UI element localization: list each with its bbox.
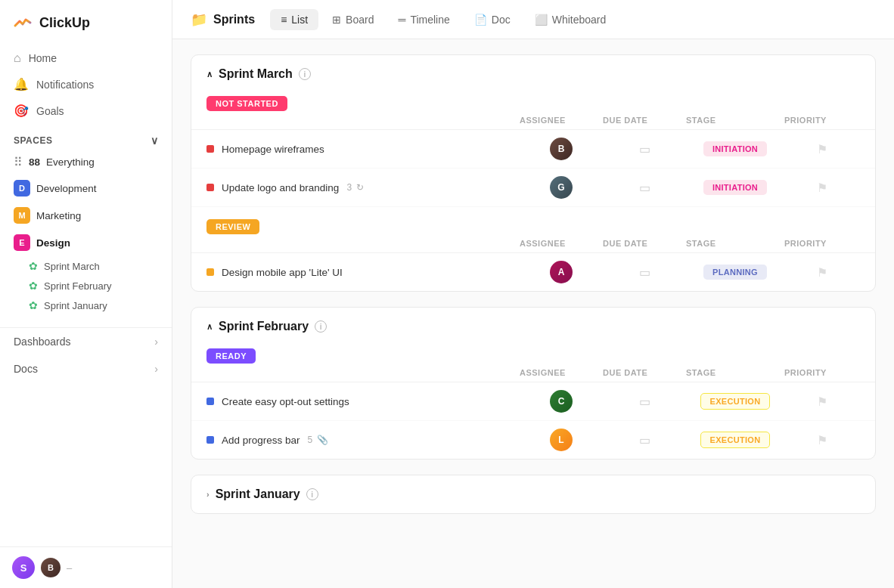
- flag-icon[interactable]: ⚑: [817, 142, 827, 156]
- sprint-march-section: ∧ Sprint March i NOT STARTED ASSIGNEE DU…: [191, 54, 876, 292]
- stage-tag: INITIATION: [703, 141, 767, 156]
- board-icon: ⊞: [332, 14, 341, 26]
- priority-cell: ⚑: [784, 395, 860, 409]
- user-avatar: L: [550, 429, 573, 451]
- task-dot: [206, 184, 214, 191]
- stage-tag: EXECUTION: [700, 393, 771, 410]
- user-avatar: B: [550, 138, 573, 160]
- spaces-chevron-icon[interactable]: ∨: [151, 135, 159, 147]
- tab-whiteboard-label: Whiteboard: [552, 14, 607, 26]
- everything-label: Everything: [46, 156, 95, 168]
- sprint-january-icon: ✿: [29, 299, 38, 311]
- sidebar-item-design[interactable]: E Design: [6, 229, 166, 256]
- priority-cell: ⚑: [784, 433, 860, 447]
- flag-icon[interactable]: ⚑: [817, 265, 827, 280]
- sidebar-item-development[interactable]: D Development: [6, 175, 166, 202]
- task-row[interactable]: Update logo and branding 3 ↻ G ▭ INITIAT…: [191, 169, 875, 207]
- user-avatar-secondary[interactable]: B: [41, 558, 61, 577]
- sprint-march-title: Sprint March: [219, 67, 293, 81]
- sprint-february-section: ∧ Sprint February i READY ASSIGNEE DUE D…: [191, 307, 876, 460]
- sidebar-item-everything[interactable]: ⠿ 88 Everything: [6, 150, 166, 175]
- sidebar-item-sprint-january[interactable]: ✿ Sprint January: [6, 296, 166, 315]
- task-row[interactable]: Design mobile app 'Lite' UI A ▭ PLANNING…: [191, 253, 875, 291]
- timeline-icon: ═: [398, 14, 405, 26]
- sprint-february-info-icon[interactable]: i: [315, 320, 327, 333]
- sidebar-item-sprint-february[interactable]: ✿ Sprint February: [6, 276, 166, 296]
- col-due-date-header: DUE DATE: [603, 368, 686, 377]
- flag-icon[interactable]: ⚑: [817, 395, 827, 409]
- everything-count: 88: [29, 156, 40, 168]
- docs-chevron-icon: ›: [154, 363, 158, 375]
- folder-icon: 📁: [191, 11, 207, 28]
- user-menu-icon[interactable]: –: [67, 562, 72, 574]
- stage-cell: PLANNING: [686, 265, 784, 280]
- logo[interactable]: ClickUp: [0, 0, 172, 42]
- sidebar-item-marketing[interactable]: M Marketing: [6, 202, 166, 229]
- sidebar-bottom: S B –: [0, 546, 172, 588]
- task-row[interactable]: Homepage wireframes B ▭ INITIATION ⚑: [191, 130, 875, 169]
- calendar-icon[interactable]: ▭: [639, 142, 650, 156]
- sprint-january-info-icon[interactable]: i: [306, 488, 318, 500]
- sprint-january-header[interactable]: › Sprint January i: [191, 475, 875, 513]
- tab-list[interactable]: ≡ List: [270, 9, 318, 30]
- task-title: Update logo and branding: [222, 182, 339, 193]
- task-meta: 3 ↻: [346, 182, 364, 193]
- stage-tag: INITIATION: [703, 180, 767, 195]
- task-row[interactable]: Add progress bar 5 📎 L ▭ EXECUTION ⚑: [191, 421, 875, 459]
- home-icon: ⌂: [14, 51, 21, 65]
- col-priority-header: PRIORITY: [784, 116, 860, 125]
- col-assignee-header: ASSIGNEE: [520, 116, 603, 125]
- task-title: Create easy opt-out settings: [222, 396, 349, 407]
- flag-icon[interactable]: ⚑: [817, 433, 827, 447]
- col-assignee-header: ASSIGNEE: [520, 239, 603, 248]
- sidebar-item-sprint-february-label: Sprint February: [44, 280, 112, 292]
- sidebar-item-docs[interactable]: Docs ›: [0, 355, 172, 382]
- sprint-february-icon: ✿: [29, 280, 38, 292]
- tab-board[interactable]: ⊞ Board: [321, 9, 384, 30]
- tab-timeline[interactable]: ═ Timeline: [387, 9, 460, 30]
- table-header-not-started: ASSIGNEE DUE DATE STAGE PRIORITY: [191, 111, 875, 130]
- sidebar-item-goals[interactable]: 🎯 Goals: [6, 97, 166, 124]
- doc-icon: 📄: [474, 14, 487, 26]
- flag-icon[interactable]: ⚑: [817, 181, 827, 195]
- sidebar-item-notifications[interactable]: 🔔 Notifications: [6, 71, 166, 97]
- sidebar-item-home[interactable]: ⌂ Home: [6, 45, 166, 71]
- task-title: Add progress bar: [222, 435, 300, 446]
- tab-board-label: Board: [346, 14, 374, 26]
- top-nav: 📁 Sprints ≡ List ⊞ Board ═ Timeline 📄 Do…: [172, 0, 894, 39]
- sidebar-item-dashboards[interactable]: Dashboards ›: [0, 328, 172, 355]
- calendar-icon[interactable]: ▭: [639, 265, 650, 280]
- task-row[interactable]: Create easy opt-out settings C ▭ EXECUTI…: [191, 382, 875, 421]
- col-stage-header: STAGE: [686, 368, 784, 377]
- sidebar-item-home-label: Home: [29, 52, 57, 64]
- user-avatar: A: [550, 261, 573, 283]
- stage-cell: EXECUTION: [686, 393, 784, 410]
- due-date-cell: ▭: [603, 395, 686, 409]
- sidebar: ClickUp ⌂ Home 🔔 Notifications 🎯 Goals S…: [0, 0, 172, 588]
- user-avatar-s[interactable]: S: [12, 556, 35, 579]
- col-task-header: [206, 116, 520, 125]
- tab-whiteboard[interactable]: ⬜ Whiteboard: [524, 9, 617, 30]
- calendar-icon[interactable]: ▭: [639, 181, 650, 195]
- calendar-icon[interactable]: ▭: [639, 395, 650, 409]
- due-date-cell: ▭: [603, 265, 686, 280]
- sidebar-item-design-label: Design: [36, 237, 70, 249]
- sprint-february-title: Sprint February: [219, 320, 309, 333]
- sidebar-item-sprint-march[interactable]: ✿ Sprint March: [6, 256, 166, 276]
- assignee-cell: B: [520, 138, 603, 160]
- sprint-march-info-icon[interactable]: i: [299, 68, 311, 80]
- sprint-february-toggle-icon: ∧: [206, 322, 213, 332]
- sprint-february-header[interactable]: ∧ Sprint February i: [191, 308, 875, 342]
- tab-doc[interactable]: 📄 Doc: [464, 9, 521, 30]
- grid-icon: ⠿: [14, 155, 23, 169]
- sidebar-item-goals-label: Goals: [36, 105, 64, 117]
- calendar-icon[interactable]: ▭: [639, 433, 650, 447]
- table-header-ready: ASSIGNEE DUE DATE STAGE PRIORITY: [191, 364, 875, 382]
- sprint-march-header[interactable]: ∧ Sprint March i: [191, 55, 875, 90]
- not-started-group: NOT STARTED: [191, 90, 875, 111]
- dashboards-chevron-icon: ›: [154, 336, 158, 348]
- dashboards-label: Dashboards: [14, 336, 71, 348]
- col-priority-header: PRIORITY: [784, 368, 860, 377]
- development-badge: D: [14, 180, 30, 197]
- stage-cell: EXECUTION: [686, 432, 784, 448]
